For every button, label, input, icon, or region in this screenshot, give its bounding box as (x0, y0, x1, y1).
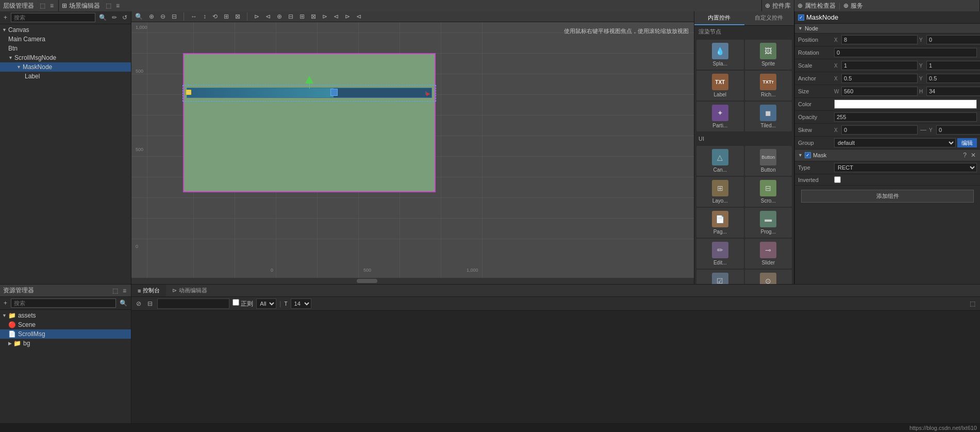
scene-tool-h[interactable]: ⊲ (332, 12, 340, 21)
console-regex-check[interactable] (232, 299, 239, 306)
skew-y-input[interactable] (936, 125, 980, 135)
console-filter-btn[interactable]: ⊟ (146, 300, 154, 308)
rotation-input[interactable] (834, 48, 977, 57)
size-w-input[interactable] (841, 87, 918, 96)
scale-x-input[interactable] (841, 61, 918, 70)
hierarchy-add-btn[interactable]: + (2, 13, 9, 22)
position-y-input[interactable] (926, 35, 980, 44)
asset-item-scene[interactable]: 🔴 Scene (0, 320, 131, 329)
tree-item-canvas[interactable]: ▼ Canvas (0, 25, 131, 35)
scene-header-icon: ⊞ (62, 2, 67, 9)
parti-icon: ✦ (712, 105, 728, 121)
scene-tool-a[interactable]: ⊳ (253, 12, 261, 21)
comp-slider[interactable]: ⊸ Slider (745, 239, 792, 269)
tab-console[interactable]: ≡ 控制台 (131, 285, 166, 296)
scene-tool-c[interactable]: ⊕ (275, 12, 284, 21)
scene-tool-e[interactable]: ⊞ (298, 12, 306, 21)
hierarchy-edit-btn[interactable]: ✏ (110, 13, 119, 22)
scene-scrollbar-h[interactable] (131, 278, 694, 284)
scene-tool-j[interactable]: ⊲ (355, 12, 363, 21)
comp-rich[interactable]: TXTT Rich... (745, 71, 792, 101)
scene-tool-g[interactable]: ⊳ (321, 12, 329, 21)
comp-toggle[interactable]: ☑ Togg... (696, 270, 744, 284)
skew-x-input[interactable] (841, 125, 918, 135)
asset-item-scroll-msg[interactable]: 📄 ScrollMsg (0, 329, 131, 339)
comp-layout[interactable]: ⊞ Layo... (696, 177, 744, 207)
comp-label[interactable]: TXT Label (696, 71, 744, 101)
mask-enable-checkbox[interactable]: ✓ (805, 152, 811, 158)
asset-search-input[interactable] (11, 298, 116, 308)
scene-tool-5[interactable]: ⊠ (234, 12, 242, 21)
tab-builtin[interactable]: 内置控件 (694, 11, 744, 25)
scene-tool-b[interactable]: ⊲ (264, 12, 272, 21)
scene-tool-2[interactable]: ↕ (202, 12, 208, 21)
scrollmsg-file-icon: 📄 (8, 330, 16, 338)
comp-progress[interactable]: ▬ Prog... (745, 208, 792, 238)
comp-edit[interactable]: ✏ Edit... (696, 239, 744, 269)
scene-tool-i[interactable]: ⊳ (343, 12, 352, 21)
hierarchy-restore-btn[interactable]: ⬚ (38, 2, 47, 10)
console-dock-btn[interactable]: ⬚ (968, 300, 977, 308)
hierarchy-menu-btn[interactable]: ≡ (48, 2, 55, 10)
add-comp-btn[interactable]: 添加组件 (801, 190, 974, 203)
position-row: Position X Y (795, 34, 980, 46)
scene-viewport[interactable]: 1,000 500 500 0 0 500 1,000 使用鼠标右键平移视图焦点… (131, 22, 694, 278)
comp-toggleg[interactable]: ⊙ Togg... (745, 270, 792, 284)
scene-tool-fit[interactable]: ⊟ (170, 12, 178, 21)
tree-item-mask-node[interactable]: ▼ MaskNode (0, 62, 131, 72)
scale-y-input[interactable] (926, 61, 980, 70)
tree-item-scroll-msg-node[interactable]: ▼ ScrollMsgNode (0, 53, 131, 62)
mask-delete-btn[interactable]: ✕ (970, 152, 977, 159)
mask-node-label: MaskNode (23, 63, 52, 71)
color-picker[interactable] (834, 99, 977, 109)
anchor-y-input[interactable] (926, 74, 980, 83)
scene-tool-d[interactable]: ⊟ (287, 12, 295, 21)
comp-canvas[interactable]: △ Can... (696, 146, 744, 176)
asset-item-bg[interactable]: ▶ 📁 bg (0, 339, 131, 348)
opacity-input[interactable] (834, 112, 977, 122)
mask-type-select[interactable]: RECT (834, 163, 977, 172)
asset-menu-btn[interactable]: ≡ (121, 287, 128, 295)
comp-splash[interactable]: 💧 Spla... (696, 40, 744, 70)
tree-item-btn[interactable]: Btn (0, 44, 131, 53)
mask-inverted-checkbox[interactable] (834, 176, 841, 183)
scene-tool-f[interactable]: ⊠ (309, 12, 318, 21)
tab-animation[interactable]: ⊳ 动画编辑器 (166, 285, 213, 296)
comp-page[interactable]: 📄 Pag... (696, 208, 744, 238)
comp-scroll[interactable]: ⊟ Scro... (745, 177, 792, 207)
comp-sprite[interactable]: 🖼 Sprite (745, 40, 792, 70)
asset-search-btn[interactable]: 🔍 (118, 299, 129, 307)
hierarchy-search-btn[interactable]: 🔍 (97, 13, 108, 22)
comp-button[interactable]: Button Button (745, 146, 792, 176)
scene-tool-3[interactable]: ⟲ (211, 12, 219, 21)
asset-add-btn[interactable]: + (2, 299, 9, 307)
scene-menu-btn[interactable]: ≡ (114, 2, 121, 10)
anchor-x-input[interactable] (841, 74, 918, 83)
console-fontsize-select[interactable]: 14 (291, 298, 311, 309)
position-x-input[interactable] (841, 35, 918, 44)
console-search-input[interactable] (157, 298, 229, 309)
edit-label: Edit... (713, 260, 727, 265)
size-h-input[interactable] (926, 87, 980, 96)
tree-item-main-camera[interactable]: Main Camera (0, 35, 131, 44)
mask-help-btn[interactable]: ? (962, 152, 968, 159)
asset-item-assets[interactable]: ▼ 📁 assets (0, 311, 131, 320)
hierarchy-refresh-btn[interactable]: ↺ (121, 13, 129, 22)
node-enable-checkbox[interactable]: ✓ (798, 14, 804, 21)
scene-tool-4[interactable]: ⊞ (222, 12, 230, 21)
hierarchy-search-input[interactable] (11, 13, 95, 22)
scene-tool-zoom-in[interactable]: ⊕ (147, 12, 156, 21)
scene-restore-btn[interactable]: ⬚ (104, 2, 113, 10)
scene-tool-move[interactable]: 🔍 (134, 12, 144, 21)
console-clear-btn[interactable]: ⊘ (135, 300, 143, 308)
console-level-select[interactable]: All (256, 298, 276, 309)
scene-tool-1[interactable]: ↔ (189, 12, 198, 21)
tab-custom[interactable]: 自定义控件 (744, 11, 794, 25)
group-select[interactable]: default (834, 138, 956, 147)
tree-item-label[interactable]: Label (0, 72, 131, 81)
comp-parti[interactable]: ✦ Parti... (696, 102, 744, 131)
group-edit-btn[interactable]: 编辑 (957, 138, 977, 147)
asset-restore-btn[interactable]: ⬚ (111, 287, 120, 295)
comp-tiled[interactable]: ◼ Tiled... (745, 102, 792, 131)
scene-tool-zoom-out[interactable]: ⊖ (159, 12, 167, 21)
